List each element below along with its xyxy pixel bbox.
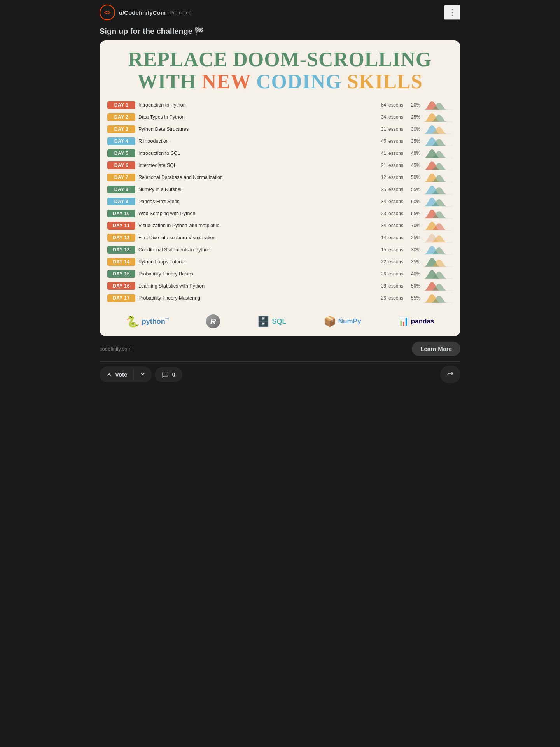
lessons-count: 34 lessons bbox=[375, 199, 403, 204]
percent-label: 25% bbox=[406, 235, 420, 240]
learn-more-button[interactable]: Learn More bbox=[412, 342, 460, 356]
logo-sql: 🗄️ SQL bbox=[257, 316, 286, 328]
topic-name: Learning Statistics with Python bbox=[138, 283, 372, 289]
percent-label: 50% bbox=[406, 283, 420, 289]
curriculum-row: DAY 10Web Scraping with Python23 lessons… bbox=[107, 208, 453, 219]
topic-name: R Introduction bbox=[138, 139, 372, 144]
lessons-count: 14 lessons bbox=[375, 235, 403, 240]
day-badge: DAY 13 bbox=[107, 246, 135, 254]
day-badge: DAY 10 bbox=[107, 210, 135, 217]
mini-chart bbox=[424, 136, 453, 147]
percent-label: 55% bbox=[406, 187, 420, 192]
lessons-count: 26 lessons bbox=[375, 271, 403, 277]
logo-numpy: 📦 NumPy bbox=[324, 316, 361, 328]
day-badge: DAY 4 bbox=[107, 137, 135, 145]
curriculum-row: DAY 9Pandas First Steps34 lessons60% bbox=[107, 196, 453, 207]
upvote-button[interactable]: Vote bbox=[100, 367, 133, 382]
mini-chart bbox=[424, 100, 453, 110]
title-with: WITH bbox=[137, 70, 201, 93]
mini-chart bbox=[424, 293, 453, 303]
topic-name: NumPy in a Nutshell bbox=[138, 187, 372, 192]
share-icon bbox=[446, 370, 454, 377]
lessons-count: 41 lessons bbox=[375, 151, 403, 156]
lessons-count: 31 lessons bbox=[375, 126, 403, 132]
mini-chart bbox=[424, 256, 453, 267]
post-footer: codefinity.com Learn More bbox=[93, 336, 467, 361]
percent-label: 30% bbox=[406, 126, 420, 132]
percent-label: 40% bbox=[406, 271, 420, 277]
logos-row: 🐍 python™ R 🗄️ SQL 📦 NumPy 📊 pandas bbox=[107, 310, 453, 328]
ad-image: REPLACE DOOM-SCROLLING WITH NEW CODING S… bbox=[100, 40, 460, 336]
lessons-count: 22 lessons bbox=[375, 259, 403, 265]
day-badge: DAY 8 bbox=[107, 186, 135, 193]
curriculum-row: DAY 13Conditional Statements in Python15… bbox=[107, 244, 453, 255]
title-coding: CODING bbox=[256, 70, 342, 93]
day-badge: DAY 6 bbox=[107, 161, 135, 169]
curriculum-row: DAY 6Intermediate SQL21 lessons45% bbox=[107, 160, 453, 171]
curriculum-row: DAY 1Introduction to Python64 lessons20% bbox=[107, 100, 453, 110]
mini-chart bbox=[424, 244, 453, 255]
day-badge: DAY 1 bbox=[107, 101, 135, 109]
mini-chart bbox=[424, 196, 453, 207]
lessons-count: 25 lessons bbox=[375, 187, 403, 192]
curriculum-list: DAY 1Introduction to Python64 lessons20%… bbox=[107, 100, 453, 303]
curriculum-row: DAY 12First Dive into seaborn Visualizat… bbox=[107, 232, 453, 243]
mini-chart bbox=[424, 112, 453, 123]
day-badge: DAY 15 bbox=[107, 270, 135, 278]
percent-label: 45% bbox=[406, 163, 420, 168]
day-badge: DAY 9 bbox=[107, 198, 135, 205]
topic-name: Python Loops Tutorial bbox=[138, 259, 372, 265]
topic-name: Introduction to SQL bbox=[138, 151, 372, 156]
title-new: NEW bbox=[202, 70, 251, 93]
mini-chart bbox=[424, 268, 453, 279]
percent-label: 65% bbox=[406, 211, 420, 216]
day-badge: DAY 3 bbox=[107, 125, 135, 133]
logo-python: 🐍 python™ bbox=[126, 315, 169, 328]
day-badge: DAY 17 bbox=[107, 294, 135, 302]
topic-name: Data Types in Python bbox=[138, 114, 372, 120]
lessons-count: 64 lessons bbox=[375, 102, 403, 108]
post-container: <> u/CodefinityCom Promoted ⋮ Sign up fo… bbox=[93, 0, 467, 387]
topic-name: Intermediate SQL bbox=[138, 163, 372, 168]
day-badge: DAY 16 bbox=[107, 282, 135, 290]
lessons-count: 15 lessons bbox=[375, 247, 403, 253]
percent-label: 50% bbox=[406, 175, 420, 180]
percent-label: 70% bbox=[406, 223, 420, 228]
day-badge: DAY 5 bbox=[107, 149, 135, 157]
title-skills: SKILLS bbox=[347, 70, 423, 93]
lessons-count: 23 lessons bbox=[375, 211, 403, 216]
lessons-count: 34 lessons bbox=[375, 223, 403, 228]
post-header: <> u/CodefinityCom Promoted ⋮ bbox=[93, 0, 467, 25]
share-button[interactable] bbox=[440, 366, 460, 383]
username[interactable]: u/CodefinityCom bbox=[119, 9, 166, 16]
comment-icon bbox=[162, 371, 169, 378]
curriculum-row: DAY 16Learning Statistics with Python38 … bbox=[107, 281, 453, 291]
curriculum-row: DAY 14Python Loops Tutorial22 lessons35% bbox=[107, 256, 453, 267]
percent-label: 30% bbox=[406, 247, 420, 253]
downvote-icon bbox=[139, 370, 146, 377]
lessons-count: 21 lessons bbox=[375, 163, 403, 168]
curriculum-row: DAY 3Python Data Structures31 lessons30% bbox=[107, 124, 453, 135]
comment-button[interactable]: 0 bbox=[155, 367, 182, 382]
more-options-button[interactable]: ⋮ bbox=[444, 5, 460, 20]
downvote-button[interactable] bbox=[134, 366, 152, 382]
title-line1: REPLACE DOOM-SCROLLING bbox=[107, 48, 453, 70]
ad-title: REPLACE DOOM-SCROLLING WITH NEW CODING S… bbox=[107, 48, 453, 93]
curriculum-row: DAY 15Probability Theory Basics26 lesson… bbox=[107, 268, 453, 279]
topic-name: Visualization in Python with matplotlib bbox=[138, 223, 372, 228]
logo-r: R bbox=[206, 314, 220, 328]
mini-chart bbox=[424, 220, 453, 231]
lessons-count: 45 lessons bbox=[375, 139, 403, 144]
curriculum-row: DAY 7Relational Database and Normalizati… bbox=[107, 172, 453, 183]
curriculum-row: DAY 17Probability Theory Mastering26 les… bbox=[107, 293, 453, 303]
day-badge: DAY 7 bbox=[107, 174, 135, 181]
lessons-count: 26 lessons bbox=[375, 295, 403, 301]
vote-group: Vote bbox=[100, 366, 152, 382]
topic-name: Relational Database and Normalization bbox=[138, 175, 372, 180]
lessons-count: 34 lessons bbox=[375, 114, 403, 120]
curriculum-row: DAY 5Introduction to SQL41 lessons40% bbox=[107, 148, 453, 159]
percent-label: 60% bbox=[406, 199, 420, 204]
topic-name: Introduction to Python bbox=[138, 102, 372, 108]
percent-label: 35% bbox=[406, 139, 420, 144]
title-line2: WITH NEW CODING SKILLS bbox=[107, 70, 453, 93]
